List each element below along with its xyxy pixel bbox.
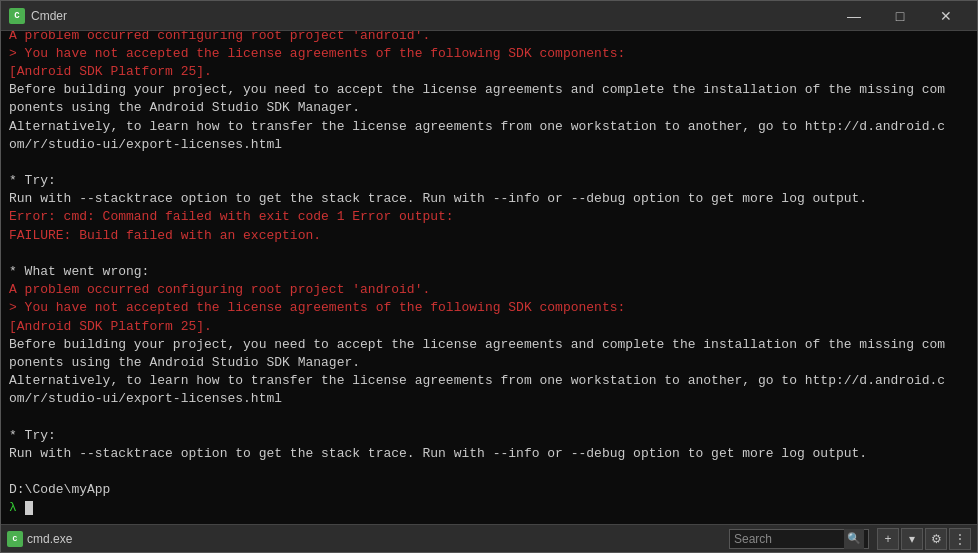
settings-button[interactable]: ⚙ [925,528,947,550]
add-tab-button[interactable]: + [877,528,899,550]
maximize-button[interactable]: □ [877,1,923,31]
window-controls: — □ ✕ [831,1,969,31]
exe-name: cmd.exe [27,532,72,546]
terminal-line: A problem occurred configuring root proj… [9,281,969,299]
terminal-line: Run with --stacktrace option to get the … [9,445,969,463]
search-input[interactable] [734,532,844,546]
action-buttons: + ▾ ⚙ ⋮ [877,528,971,550]
window-title: Cmder [31,9,831,23]
app-icon: C [9,8,25,24]
status-icon: C [7,531,23,547]
terminal-line: A problem occurred configuring root proj… [9,31,969,45]
terminal-line: FAILURE: Build failed with an exception. [9,227,969,245]
terminal-line: Before building your project, you need t… [9,81,969,99]
terminal-cursor [25,501,33,515]
terminal-line: Run with --stacktrace option to get the … [9,190,969,208]
terminal-line: om/r/studio-ui/export-licenses.html [9,136,969,154]
terminal-line: Error: cmd: Command failed with exit cod… [9,208,969,226]
terminal-line: > You have not accepted the license agre… [9,45,969,63]
close-button[interactable]: ✕ [923,1,969,31]
terminal-line: Alternatively, to learn how to transfer … [9,118,969,136]
grip-button[interactable]: ⋮ [949,528,971,550]
terminal-line: λ [9,499,969,517]
terminal-line [9,409,969,427]
terminal-line: ponents using the Android Studio SDK Man… [9,354,969,372]
terminal-line [9,245,969,263]
terminal-line: > You have not accepted the license agre… [9,299,969,317]
terminal-line: om/r/studio-ui/export-licenses.html [9,390,969,408]
terminal-line: Alternatively, to learn how to transfer … [9,372,969,390]
terminal-line [9,463,969,481]
terminal-line: Before building your project, you need t… [9,336,969,354]
search-button[interactable]: 🔍 [844,529,864,549]
terminal-line: * Try: [9,427,969,445]
terminal-line: [Android SDK Platform 25]. [9,63,969,81]
title-bar: C Cmder — □ ✕ [1,1,977,31]
terminal-line: D:\Code\myApp [9,481,969,499]
terminal-line [9,154,969,172]
tab-dropdown-button[interactable]: ▾ [901,528,923,550]
search-box[interactable]: 🔍 [729,529,869,549]
status-bar: C cmd.exe 🔍 + ▾ ⚙ ⋮ [1,524,977,552]
terminal-line: * What went wrong: [9,263,969,281]
cmder-window: C Cmder — □ ✕ FAILURE: Build failed with… [0,0,978,553]
terminal-line: [Android SDK Platform 25]. [9,318,969,336]
terminal-output[interactable]: FAILURE: Build failed with an exception.… [1,31,977,524]
terminal-line: * Try: [9,172,969,190]
minimize-button[interactable]: — [831,1,877,31]
terminal-line: ponents using the Android Studio SDK Man… [9,99,969,117]
